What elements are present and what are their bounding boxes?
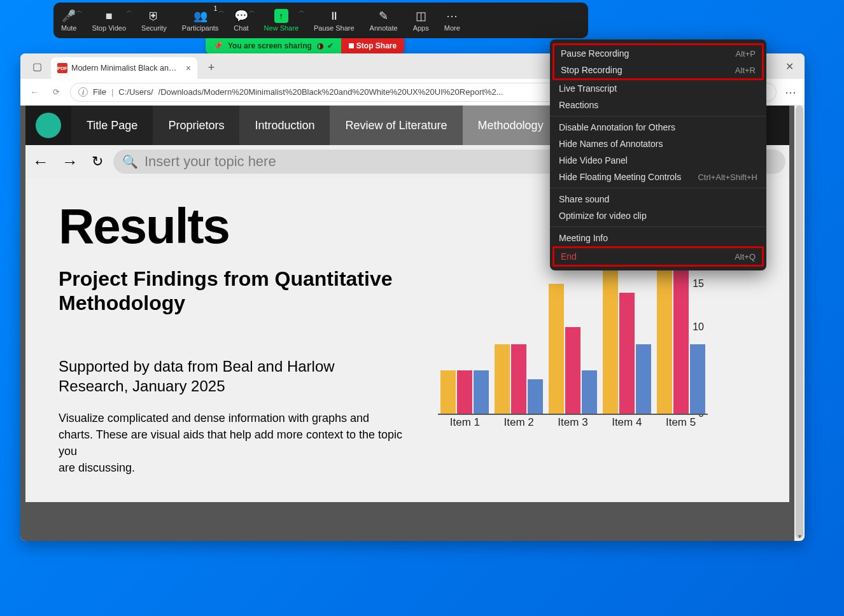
chevron-up-icon[interactable]: ︿ [218, 6, 225, 15]
menu-shortcut: Alt+Q [735, 252, 756, 262]
text-column: Results Project Findings from Quantitati… [59, 197, 402, 477]
vertical-scrollbar[interactable]: ▴ ▾ [794, 106, 805, 541]
pause-share-label: Pause Share [314, 24, 355, 32]
security-button[interactable]: ⛨ Security [134, 3, 174, 38]
bar [528, 379, 543, 414]
bar [457, 370, 472, 414]
zoom-toolbar: 🎤 Mute ︿ ■ Stop Video ︿ ⛨ Security 👥 1 P… [53, 3, 588, 38]
x-tick-label: Item 5 [656, 416, 707, 439]
menu-disable-annotation[interactable]: Disable Annotation for Others [550, 119, 766, 136]
stop-video-label: Stop Video [92, 24, 126, 32]
highlight-end: End Alt+Q [552, 246, 764, 267]
bar [582, 370, 597, 414]
menu-share-sound[interactable]: Share sound [550, 191, 766, 207]
menu-stop-recording[interactable]: Stop Recording Alt+R [554, 62, 762, 78]
doc-tab-review[interactable]: Review of Literature [330, 106, 462, 145]
video-icon: ■ [106, 9, 113, 23]
new-tab-button[interactable]: + [202, 59, 220, 76]
close-tab-icon[interactable]: × [186, 63, 191, 73]
chevron-up-icon[interactable]: ︿ [249, 6, 255, 15]
menu-separator [550, 227, 766, 227]
chevron-up-icon[interactable]: ︿ [76, 6, 83, 15]
results-body-1: Visualize complicated and dense informat… [59, 412, 402, 458]
pause-share-button[interactable]: ⏸ Pause Share [306, 3, 362, 38]
menu-label: Reactions [559, 100, 598, 110]
stop-video-button[interactable]: ■ Stop Video ︿ [84, 3, 134, 38]
more-button[interactable]: ⋯ More [437, 3, 468, 38]
doc-tab-proprietors[interactable]: Proprietors [153, 106, 239, 145]
pdf-icon: PDF [57, 63, 67, 73]
bar [619, 293, 635, 414]
mute-button[interactable]: 🎤 Mute ︿ [53, 3, 84, 38]
x-tick-label: Item 4 [601, 416, 652, 439]
annotate-button[interactable]: ✎ Annotate [362, 3, 405, 38]
menu-shortcut: Ctrl+Alt+Shift+H [698, 172, 757, 182]
scroll-thumb[interactable] [796, 106, 803, 538]
bar [440, 370, 456, 414]
window-close-button[interactable]: ✕ [774, 53, 805, 79]
doc-search-placeholder: Insert your topic here [144, 153, 276, 170]
menu-optimize-video[interactable]: Optimize for video clip [550, 207, 766, 224]
doc-back-button[interactable]: ← [29, 152, 52, 172]
chat-button[interactable]: 💬 Chat ︿ [226, 3, 256, 38]
pencil-icon: ✎ [379, 9, 388, 23]
menu-separator [550, 116, 766, 116]
browser-tab[interactable]: PDF Modern Minimalist Black and W × [51, 57, 197, 79]
menu-hide-names[interactable]: Hide Names of Annotators [550, 136, 766, 152]
bar [474, 370, 489, 414]
new-share-label: New Share [264, 24, 299, 32]
menu-meeting-info[interactable]: Meeting Info [550, 230, 766, 246]
participants-label: Participants [182, 24, 218, 32]
menu-separator [550, 188, 766, 188]
logo-icon [36, 113, 61, 138]
x-tick-label: Item 1 [439, 416, 490, 439]
menu-live-transcript[interactable]: Live Transcript [550, 80, 766, 97]
doc-tab-methodology[interactable]: Methodology [463, 106, 559, 145]
chevron-up-icon[interactable]: ︿ [299, 6, 305, 15]
share-status-text: You are screen sharing [228, 41, 312, 50]
bar-group [495, 197, 543, 414]
chat-icon: 💬 [234, 9, 248, 23]
pin-icon: 📌 [213, 41, 223, 50]
refresh-button[interactable]: ⟳ [48, 85, 64, 100]
chevron-up-icon[interactable]: ︿ [126, 6, 132, 15]
new-share-button[interactable]: ↑ New Share ︿ [257, 3, 306, 38]
more-label: More [444, 24, 460, 32]
mute-label: Mute [61, 24, 76, 32]
info-icon[interactable]: i [78, 87, 88, 97]
menu-hide-video-panel[interactable]: Hide Video Panel [550, 152, 766, 169]
check-shield-icon: ✔ [327, 41, 334, 50]
participants-button[interactable]: 👥 1 Participants ︿ [174, 3, 226, 38]
doc-tab-title-page[interactable]: Title Page [71, 106, 153, 145]
back-button[interactable]: ← [27, 85, 42, 100]
chat-label: Chat [234, 24, 248, 32]
menu-label: Live Transcript [559, 83, 617, 94]
shield-icon: ⛨ [148, 9, 160, 23]
menu-reactions[interactable]: Reactions [550, 97, 766, 113]
doc-forward-button[interactable]: → [59, 152, 81, 172]
security-label: Security [141, 24, 167, 32]
menu-label: Meeting Info [559, 233, 608, 243]
doc-refresh-button[interactable]: ↻ [88, 153, 107, 170]
record-icon: ◑ [317, 41, 323, 50]
menu-label: Pause Recording [561, 48, 629, 59]
x-tick-label: Item 3 [547, 416, 598, 439]
scroll-down-icon[interactable]: ▾ [794, 531, 805, 541]
annotate-label: Annotate [370, 24, 398, 32]
apps-icon: ◫ [416, 9, 426, 23]
doc-tab-introduction[interactable]: Introduction [239, 106, 330, 145]
share-status: 📌 You are screen sharing ◑ ✔ [206, 38, 341, 53]
stop-share-button[interactable]: Stop Share [341, 38, 404, 53]
menu-shortcut: Alt+R [735, 66, 756, 75]
url-scheme: File [93, 87, 106, 97]
x-tick-label: Item 2 [493, 416, 544, 439]
menu-hide-floating[interactable]: Hide Floating Meeting Controls Ctrl+Alt+… [550, 169, 766, 185]
apps-button[interactable]: ◫ Apps [405, 3, 437, 38]
bar-group [440, 197, 489, 414]
browser-menu-button[interactable]: ⋯ [783, 85, 798, 99]
share-banner: 📌 You are screen sharing ◑ ✔ Stop Share [206, 38, 404, 53]
menu-label: Optimize for video clip [559, 211, 647, 221]
menu-pause-recording[interactable]: Pause Recording Alt+P [554, 45, 762, 62]
tabs-button[interactable]: ▢ [28, 57, 46, 75]
menu-end[interactable]: End Alt+Q [554, 248, 762, 265]
